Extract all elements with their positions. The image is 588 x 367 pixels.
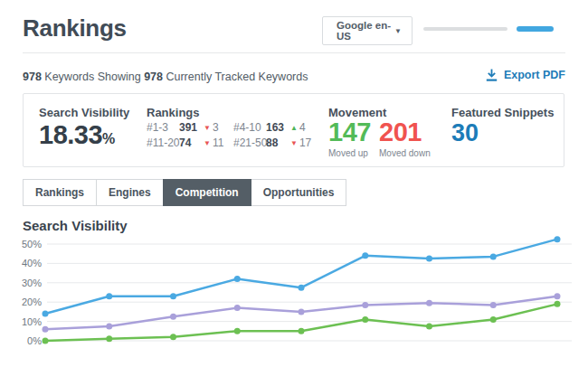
keywords-summary-text-1: Keywords Showing [42,71,144,83]
search-visibility-unit: % [102,131,115,146]
chart-point-series-green [426,323,432,329]
chart-point-series-purple [299,308,305,315]
chart-point-series-purple [555,293,561,299]
chart-point-series-blue [234,276,241,282]
chart-point-series-green [490,316,497,323]
tab-opportunities[interactable]: Opportunities [251,179,347,206]
scrollbar-thumb[interactable] [517,26,554,32]
chart-point-series-green [299,328,305,334]
moved-up-value: 147 [328,118,371,147]
rank-range: #11-20 [147,137,179,148]
y-axis-tick-label: 10% [22,316,42,327]
rank-count: 163 [266,122,289,133]
chart-point-series-blue [170,293,176,299]
rank-cell: #21-5088▼17 [233,137,311,149]
rank-range: #21-50 [233,137,266,148]
chart-point-series-green [362,316,368,323]
featured-snippets-label: Featured Snippets [451,106,554,119]
y-axis-tick-label: 40% [22,258,42,268]
chart-point-series-green [106,335,112,342]
chart-point-series-green [234,328,241,334]
chart-point-series-purple [170,314,176,320]
search-engine-dropdown-value: Google en-US [337,20,394,42]
chart-point-series-green [170,334,176,340]
y-axis-tick-label: 0% [27,335,42,346]
export-pdf-button[interactable]: Export PDF [486,69,565,81]
search-visibility-label: Search Visibility [39,106,129,119]
rank-cell: #1-3391▼3 [147,122,219,134]
scrollbar-track [423,27,507,31]
chart-point-series-blue [490,253,497,259]
page-title: Rankings [23,14,127,42]
chart-point-series-purple [426,300,432,306]
chart-title: Search Visibility [23,218,128,233]
y-axis-tick-label: 50% [22,239,42,249]
keywords-tracked-count: 978 [144,71,163,83]
moved-down-value: 201 [379,118,422,147]
header-divider [23,52,565,53]
rank-count: 88 [266,137,289,148]
moved-up-caption: Moved up [328,148,368,158]
rank-delta: 17 [299,136,311,149]
y-axis-tick-label: 20% [22,296,42,307]
y-axis-tick-label: 30% [22,278,42,288]
rankings-breakdown-label: Rankings [147,106,200,119]
chart-point-series-green [43,338,49,344]
rank-cell: #11-2074▼11 [147,137,223,149]
chart-point-series-blue [555,236,561,242]
chart-point-series-blue [426,256,432,262]
search-visibility-number: 18.33 [39,120,102,149]
rank-cell: #4-10163▲4 [233,122,306,134]
tab-competition[interactable]: Competition [163,179,251,206]
chart-point-series-green [555,301,561,307]
line-chart-svg: 0%10%20%30%40%50% [0,233,588,364]
trend-icon: ▼ [204,124,211,132]
view-tabs: Rankings Engines Competition Opportuniti… [23,179,346,206]
rank-count: 391 [179,122,202,133]
rank-count: 74 [179,137,202,148]
search-visibility-value: 18.33% [39,120,115,150]
chart-point-series-blue [106,293,112,299]
chart-point-series-blue [362,252,368,259]
tab-rankings[interactable]: Rankings [23,179,97,206]
keywords-showing-count: 978 [23,71,42,83]
chart-point-series-purple [43,326,49,333]
chart-point-series-purple [362,302,368,308]
search-visibility-chart: 0%10%20%30%40%50% [0,233,588,364]
chart-point-series-blue [299,285,305,291]
chart-point-series-purple [234,305,241,311]
stats-panel: Search Visibility 18.33% Rankings #1-339… [23,93,564,167]
trend-icon: ▼ [290,139,298,147]
export-pdf-label: Export PDF [504,69,565,81]
chevron-down-icon: ▼ [394,27,402,35]
rank-range: #4-10 [233,122,266,133]
tab-engines[interactable]: Engines [96,179,164,206]
trend-icon: ▼ [204,139,211,147]
download-icon [486,69,498,81]
chart-point-series-purple [106,323,112,329]
rank-range: #1-3 [147,122,179,133]
rank-delta: 4 [299,121,306,134]
keywords-summary-text-2: Currently Tracked Keywords [163,71,308,83]
search-engine-dropdown[interactable]: Google en-US ▼ [322,16,413,45]
trend-icon: ▲ [290,124,298,132]
featured-snippets-value: 30 [451,119,479,147]
rankings-page: Rankings Google en-US ▼ 978 Keywords Sho… [0,0,588,367]
rank-delta: 11 [213,136,223,149]
rank-delta: 3 [213,121,219,134]
chart-point-series-blue [43,311,49,317]
keywords-summary: 978 Keywords Showing 978 Currently Track… [23,71,308,83]
chart-point-series-purple [490,302,497,308]
moved-down-caption: Moved down [379,148,431,158]
